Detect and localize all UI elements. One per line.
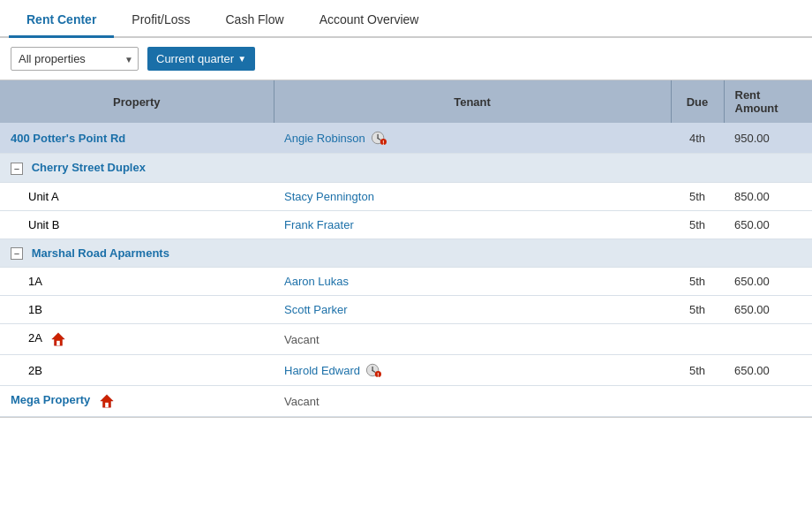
amount-cell: 650.00 [724,210,812,238]
table-row: 1A Aaron Lukas 5th 650.00 [0,268,812,296]
svg-text:!: ! [382,140,384,146]
table-row: Unit A Stacy Pennington 5th 850.00 [0,182,812,210]
tenant-cell: Harold Edward ! [274,355,671,386]
due-cell: 5th [671,355,724,386]
amount-cell [724,386,812,417]
property-link[interactable]: 400 Potter's Point Rd [11,132,125,145]
tenant-link[interactable]: Scott Parker [284,303,348,316]
due-cell: 5th [671,210,724,238]
table-row: Unit B Frank Fraater 5th 650.00 [0,210,812,238]
expand-icon[interactable]: − [11,247,23,260]
due-cell [671,386,724,417]
table-row: Mega Property Vacant [0,386,812,417]
group-property-link[interactable]: Marshal Road Aparments [32,246,169,260]
svg-text:!: ! [377,372,379,378]
property-link[interactable]: Mega Property [11,394,90,407]
toolbar: All properties Selected properties ▼ Cur… [0,38,812,80]
house-red-icon [50,331,66,347]
tenant-cell: Frank Fraater [274,210,671,238]
property-cell: 2B [0,355,274,386]
property-cell: 1A [0,268,274,296]
quarter-caret-icon: ▼ [237,54,246,64]
vacant-label: Vacant [284,333,320,346]
tab-cash-flow[interactable]: Cash Flow [208,0,302,38]
expand-icon[interactable]: − [11,163,23,175]
group-header-row: − Cherry Street Duplex [0,154,812,183]
clock-alert-icon: ! [371,130,387,146]
property-cell: Unit B [0,210,274,238]
tab-account-overview[interactable]: Account Overview [302,0,437,38]
amount-cell: 850.00 [724,182,812,210]
table-header: Property Tenant Due Rent Amount [0,80,812,123]
header-amount: Rent Amount [724,80,812,123]
table-body: 400 Potter's Point Rd Angie Robinson ! 4… [0,123,812,417]
table-row: 2A Vacant [0,324,812,355]
table-container: Property Tenant Due Rent Amount 400 Pott… [0,80,812,418]
table-row: 2B Harold Edward ! 5th 650.00 [0,355,812,386]
group-header-row: − Marshal Road Aparments [0,238,812,268]
amount-cell [724,324,812,355]
tab-bar: Rent Center Profit/Loss Cash Flow Accoun… [0,0,812,38]
due-cell: 5th [671,296,724,324]
due-cell: 5th [671,268,724,296]
table-row: 400 Potter's Point Rd Angie Robinson ! 4… [0,123,812,154]
group-property-cell: − Marshal Road Aparments [0,238,812,268]
group-property-link[interactable]: Cherry Street Duplex [32,161,146,174]
rent-table: Property Tenant Due Rent Amount 400 Pott… [0,80,812,417]
amount-cell: 650.00 [724,268,812,296]
property-cell: 1B [0,296,274,324]
property-cell: 2A [0,324,274,355]
svg-rect-13 [105,403,109,407]
tenant-cell: Vacant [274,386,671,417]
property-cell: 400 Potter's Point Rd [0,123,274,154]
tenant-cell: Stacy Pennington [274,182,671,210]
tenant-cell: Angie Robinson ! [274,123,671,154]
amount-cell: 950.00 [724,123,812,154]
tenant-cell: Vacant [274,324,671,355]
properties-select[interactable]: All properties Selected properties [11,47,139,71]
due-cell [671,324,724,355]
property-cell: Unit A [0,182,274,210]
tab-profit-loss[interactable]: Profit/Loss [114,0,207,38]
due-cell: 5th [671,182,724,210]
quarter-button[interactable]: Current quarter ▼ [147,47,255,71]
tenant-link[interactable]: Aaron Lukas [284,275,349,288]
tab-rent-center[interactable]: Rent Center [9,0,114,38]
table-row: 1B Scott Parker 5th 650.00 [0,296,812,324]
due-cell: 4th [671,123,724,154]
quarter-button-label: Current quarter [156,52,234,65]
house-red-icon [99,393,115,409]
property-cell: Mega Property [0,386,274,417]
vacant-label: Vacant [284,395,320,408]
clock-alert-icon: ! [365,362,381,378]
amount-cell: 650.00 [724,296,812,324]
properties-select-wrapper: All properties Selected properties ▼ [11,47,139,71]
tenant-cell: Aaron Lukas [274,268,671,296]
header-due: Due [671,80,724,123]
header-property: Property [0,80,274,123]
tenant-link[interactable]: Harold Edward [284,364,360,377]
tenant-link[interactable]: Stacy Pennington [284,190,374,203]
svg-rect-6 [56,341,60,345]
tenant-cell: Scott Parker [274,296,671,324]
group-property-cell: − Cherry Street Duplex [0,154,812,183]
amount-cell: 650.00 [724,355,812,386]
tenant-link[interactable]: Angie Robinson [284,132,365,145]
tenant-link[interactable]: Frank Fraater [284,218,354,231]
header-tenant: Tenant [274,80,671,123]
